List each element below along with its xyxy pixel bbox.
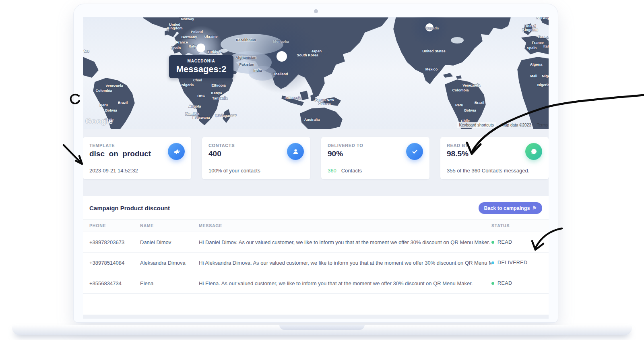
column-header-phone: PHONE [89,223,140,228]
map-attribution: Keyboard shortcuts Map data ©2023 Terms [457,122,548,128]
column-header-name: NAME [140,223,199,228]
svg-text:Mongolia: Mongolia [273,39,289,44]
svg-text:Kenya: Kenya [211,91,222,95]
svg-text:Kazakhstan: Kazakhstan [236,38,256,42]
world-map-svg: NorwayUnitedKingdomPolandGermanyUkraineF… [83,17,549,129]
back-to-campaigns-button[interactable]: Back to campaings ⚑ [479,202,542,214]
campaign-section: Campaign Product discount Back to campai… [83,196,549,315]
svg-text:Nigeria: Nigeria [182,83,194,87]
svg-text:France: France [532,41,544,45]
cell-name: Elena [140,280,199,286]
svg-text:UnitedKingdom: UnitedKingdom [167,23,183,30]
dashboard: NorwayUnitedKingdomPolandGermanyUkraineF… [83,17,549,319]
svg-text:Peru: Peru [100,103,108,107]
svg-text:France: France [176,40,188,44]
column-header-message: MESSAGE [199,223,491,228]
cell-phone: +3556834734 [89,280,140,286]
laptop-base [12,325,632,335]
megaphone-icon [168,143,185,160]
svg-text:Niger: Niger [542,74,549,78]
stat-card-delivered: DELIVERED TO 90% 360Contacts [321,137,429,179]
svg-text:Indonesia: Indonesia [285,96,302,100]
table-row: +38978203673 Daniel Dimov Hi Daniel Dimo… [83,232,549,253]
svg-text:Poland: Poland [191,30,203,34]
user-icon [287,143,304,160]
svg-text:Colombia: Colombia [95,89,112,93]
svg-text:Bolivia: Bolivia [105,108,118,112]
cell-status: READ [491,239,542,245]
svg-text:Nigeria: Nigeria [537,83,549,87]
cell-status: READ [491,280,542,286]
laptop-base-notch [279,325,365,330]
svg-text:Italy: Italy [543,44,549,48]
svg-text:Brazil: Brazil [118,101,128,105]
table-row: +38978514084 Aleksandra Dimova Hi Aleksa… [83,253,549,273]
svg-text:Türkiye: Türkiye [207,50,220,54]
status-label: READ [497,239,512,245]
stat-card-read: READ BY 98.5% 355 of the 360 Contacts me… [440,137,549,179]
map-marker [277,51,287,62]
svg-text:Thailand: Thailand [273,72,288,76]
svg-text:Germany: Germany [538,35,549,39]
tooltip-country: MACEDONIA [188,59,215,63]
svg-text:Spain: Spain [527,46,537,50]
svg-text:South Korea: South Korea [297,53,318,57]
svg-text:Pakistan: Pakistan [239,62,254,66]
stats-row: TEMPLATE disc_on_product 2023-09-21 14:5… [83,129,549,179]
svg-text:India: India [253,68,262,73]
cell-status: DELIVERED [491,260,542,265]
svg-text:Tanzania: Tanzania [212,96,228,100]
webcam-dot [314,9,318,13]
status-label: DELIVERED [497,260,527,265]
svg-text:Mali: Mali [530,74,537,78]
cell-name: Daniel Dimov [140,239,199,245]
svg-text:Botswana: Botswana [193,116,211,120]
cell-phone: +38978514084 [89,260,140,266]
cell-message: Hi Daniel Dimov. As our valued customer,… [199,239,491,245]
world-map[interactable]: NorwayUnitedKingdomPolandGermanyUkraineF… [83,17,549,129]
svg-text:Algeria: Algeria [530,62,543,66]
keyboard-shortcuts-link[interactable]: Keyboard shortcuts [457,122,496,128]
stat-subtext: 355 of the 360 Contacts messaged. [447,168,529,174]
campaign-title: Campaign Product discount [89,205,170,211]
stat-subtext: 100% of your contacts [208,168,260,174]
svg-text:Afghanistan: Afghanistan [235,56,256,60]
terms-link[interactable]: Terms [537,123,548,127]
map-tooltip: MACEDONIA Messages:2 [169,55,233,78]
check-icon [406,143,423,160]
cell-name: Aleksandra Dimova [140,260,199,266]
map-marker [196,44,205,52]
svg-text:tes: tes [84,49,89,53]
stat-subtext: 360Contacts [328,168,362,174]
svg-text:Norway: Norway [537,17,549,20]
map-data-label: Map data ©2023 [502,123,531,127]
svg-text:UnitedKingdom: UnitedKingdom [522,24,538,32]
svg-text:Ethiopia: Ethiopia [211,83,226,87]
stat-card-contacts: CONTACTS 400 100% of your contacts [202,137,310,179]
svg-text:Canada: Canada [426,26,440,30]
tooltip-messages: Messages:2 [176,64,227,75]
cell-phone: +38978203673 [89,239,140,245]
google-logo: Google [85,117,113,126]
campaign-header: Campaign Product discount Back to campai… [83,196,549,219]
stat-card-template: TEMPLATE disc_on_product 2023-09-21 14:5… [83,137,191,179]
svg-text:Venezuela: Venezuela [105,84,124,88]
svg-text:Bolivia: Bolivia [464,108,477,112]
svg-text:Venezuela: Venezuela [462,83,481,87]
cell-message: Hi Aleksandra Dimova. As our valued cust… [199,260,491,266]
flag-icon: ⚑ [532,205,537,211]
delivered-count: 360 [328,168,336,174]
table-header-row: PHONE NAME MESSAGE STATUS [83,219,549,232]
svg-text:Norway: Norway [181,17,194,21]
svg-text:Ukraine: Ukraine [204,35,217,39]
svg-text:Brazil: Brazil [475,101,485,105]
svg-text:Spain: Spain [171,46,181,50]
svg-text:Angola: Angola [189,104,201,108]
laptop-screen: NorwayUnitedKingdomPolandGermanyUkraineF… [74,4,558,322]
status-dot [491,261,494,264]
svg-text:Peru: Peru [455,103,463,107]
svg-text:Madagascar: Madagascar [215,114,237,118]
svg-text:Italy: Italy [189,44,196,48]
stat-subtext: 2023-09-21 14:52:32 [89,168,138,174]
svg-text:DRC: DRC [197,94,205,98]
